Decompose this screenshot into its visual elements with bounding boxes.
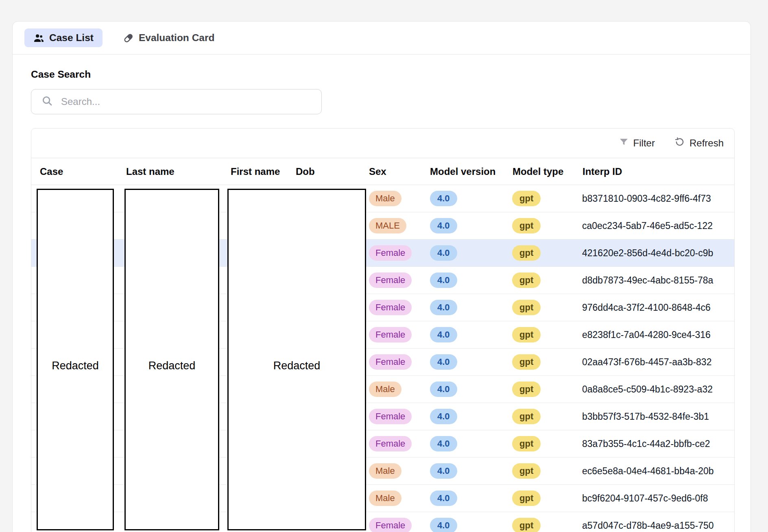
redacted-label: Redacted	[148, 360, 196, 372]
cell-model-version: 4.0	[424, 436, 509, 451]
sex-badge: Female	[369, 300, 412, 315]
column-header-first-name: First name	[223, 166, 288, 177]
cell-interp-id: 02aa473f-676b-4457-aa3b-832	[578, 357, 734, 368]
model-type-badge: gpt	[512, 409, 541, 424]
cell-model-version: 4.0	[424, 245, 509, 261]
cell-sex: Female	[361, 518, 424, 532]
redacted-overlay-last-name: Redacted	[124, 189, 219, 530]
model-type-badge: gpt	[512, 436, 541, 451]
cell-model-type: gpt	[509, 436, 578, 451]
model-version-badge: 4.0	[430, 409, 457, 424]
model-version-badge: 4.0	[430, 354, 457, 370]
page-content: Case Search Filter	[13, 68, 751, 532]
cell-sex: Male	[361, 191, 424, 206]
model-version-badge: 4.0	[430, 218, 457, 233]
cell-sex: Female	[361, 409, 424, 424]
redacted-overlay-first-name-dob: Redacted	[227, 189, 366, 530]
model-type-badge: gpt	[512, 245, 541, 261]
model-version-badge: 4.0	[430, 300, 457, 315]
cell-model-version: 4.0	[424, 327, 509, 342]
cell-sex: Male	[361, 491, 424, 506]
column-header-model-type: Model type	[509, 166, 578, 177]
sex-badge: Female	[369, 327, 412, 342]
cell-interp-id: 976dd4ca-37f2-4100-8648-4c6	[578, 302, 734, 313]
pill-tag-icon	[123, 33, 134, 44]
model-type-badge: gpt	[512, 463, 541, 479]
table-toolbar: Filter Refresh	[31, 129, 734, 158]
model-version-badge: 4.0	[430, 245, 457, 261]
funnel-icon	[619, 137, 629, 150]
cell-interp-id: e8238f1c-7a04-4280-9ce4-316	[578, 329, 734, 340]
cell-sex: Female	[361, 273, 424, 288]
cell-interp-id: 83a7b355-4c1c-44a2-bbfb-ce2	[578, 438, 734, 449]
sex-badge: Female	[369, 436, 412, 451]
cell-sex: MALE	[361, 218, 424, 233]
cell-model-version: 4.0	[424, 191, 509, 206]
cell-model-version: 4.0	[424, 463, 509, 479]
redacted-label: Redacted	[273, 360, 321, 372]
cell-sex: Female	[361, 300, 424, 315]
cell-interp-id: ca0ec234-5ab7-46e5-ad5c-122	[578, 220, 734, 231]
model-type-badge: gpt	[512, 382, 541, 397]
cell-sex: Female	[361, 354, 424, 370]
cell-model-version: 4.0	[424, 273, 509, 288]
column-header-last-name: Last name	[117, 166, 223, 177]
cell-model-type: gpt	[509, 273, 578, 288]
sex-badge: Female	[369, 518, 412, 532]
model-type-badge: gpt	[512, 273, 541, 288]
tab-case-list[interactable]: Case List	[24, 28, 103, 47]
model-type-badge: gpt	[512, 218, 541, 233]
refresh-label: Refresh	[689, 137, 724, 149]
model-version-badge: 4.0	[430, 191, 457, 206]
main-card: Case List Evaluation Card Case Search	[12, 21, 751, 532]
sex-badge: Male	[369, 382, 401, 397]
cell-sex: Female	[361, 327, 424, 342]
model-version-badge: 4.0	[430, 273, 457, 288]
cell-model-type: gpt	[509, 409, 578, 424]
model-version-badge: 4.0	[430, 382, 457, 397]
cell-model-type: gpt	[509, 245, 578, 261]
sex-badge: Male	[369, 491, 401, 506]
refresh-button[interactable]: Refresh	[674, 137, 724, 150]
redacted-label: Redacted	[52, 360, 99, 372]
model-version-badge: 4.0	[430, 491, 457, 506]
cell-sex: Male	[361, 463, 424, 479]
cell-interp-id: ec6e5e8a-04e4-4681-bb4a-20b	[578, 466, 734, 477]
model-type-badge: gpt	[512, 518, 541, 532]
cell-model-type: gpt	[509, 191, 578, 206]
tab-label: Case List	[49, 32, 94, 44]
model-type-badge: gpt	[512, 491, 541, 506]
search-icon	[39, 95, 53, 109]
search-input[interactable]	[60, 96, 314, 108]
case-search-box	[31, 89, 322, 114]
model-type-badge: gpt	[512, 191, 541, 206]
filter-button[interactable]: Filter	[619, 137, 655, 150]
cell-sex: Female	[361, 245, 424, 261]
sex-badge: MALE	[369, 218, 406, 233]
users-icon	[33, 33, 44, 44]
cell-model-type: gpt	[509, 354, 578, 370]
cell-model-type: gpt	[509, 218, 578, 233]
cell-sex: Female	[361, 436, 424, 451]
table-header-row: CaseLast nameFirst nameDobSexModel versi…	[31, 158, 734, 185]
cell-model-type: gpt	[509, 518, 578, 532]
model-version-badge: 4.0	[430, 436, 457, 451]
cell-interp-id: a57d047c-d78b-4ae9-a155-750	[578, 520, 734, 531]
cell-model-version: 4.0	[424, 518, 509, 532]
tab-evaluation-card[interactable]: Evaluation Card	[114, 28, 224, 47]
model-type-badge: gpt	[512, 300, 541, 315]
cell-model-type: gpt	[509, 327, 578, 342]
column-header-interp-id: Interp ID	[578, 166, 734, 177]
model-version-badge: 4.0	[430, 463, 457, 479]
redacted-overlay-case: Redacted	[37, 189, 114, 530]
cell-interp-id: bc9f6204-9107-457c-9ed6-0f8	[578, 493, 734, 504]
cell-sex: Male	[361, 382, 424, 397]
filter-label: Filter	[633, 137, 655, 149]
model-version-badge: 4.0	[430, 518, 457, 532]
cell-model-type: gpt	[509, 463, 578, 479]
cell-model-type: gpt	[509, 382, 578, 397]
page-title: Case Search	[31, 68, 732, 81]
tab-bar: Case List Evaluation Card	[13, 22, 751, 55]
cell-interp-id: b3bb57f3-517b-4532-84fe-3b1	[578, 411, 734, 422]
cell-interp-id: 421620e2-856d-4e4d-bc20-c9b	[578, 248, 734, 259]
